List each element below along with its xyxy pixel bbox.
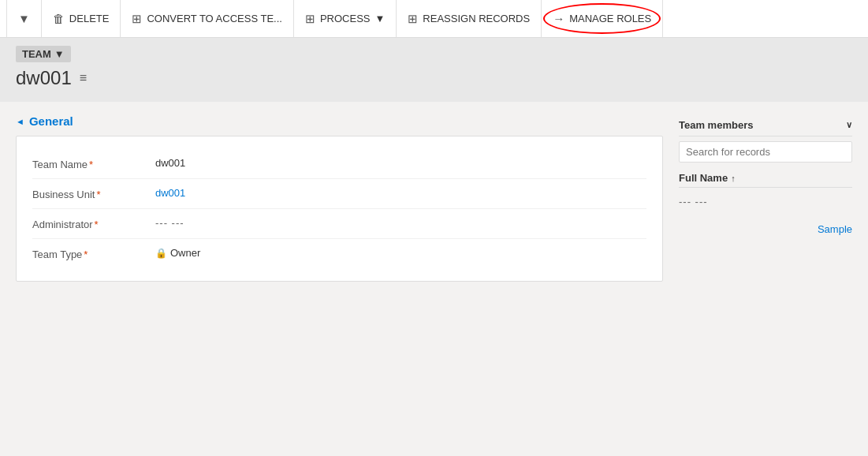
team-type-label: Team Type* [32,247,143,260]
team-dropdown-arrow-icon: ▼ [54,48,65,60]
team-dropdown-label: TEAM [22,48,51,60]
process-label: PROCESS [320,13,371,24]
form-row-team-type: Team Type* 🔒Owner [32,239,646,268]
table-header: Full Name ↑ [679,169,852,188]
team-members-label: Team members [679,119,753,131]
business-unit-value[interactable]: dw001 [155,187,185,199]
team-dropdown[interactable]: TEAM ▼ [16,46,71,62]
required-star: * [95,219,99,230]
process-button[interactable]: ⊞ PROCESS ▼ [294,0,397,37]
form-row-team-name: Team Name* dw001 [32,149,646,179]
general-section-header[interactable]: ◄ General [16,114,663,128]
delete-label: DELETE [69,13,110,24]
form-row-administrator: Administrator* --- --- [32,209,646,239]
table-row: --- --- [679,192,852,211]
form-card: Team Name* dw001 Business Unit* dw001 Ad… [16,136,663,282]
general-section: ◄ General Team Name* dw001 Business Unit… [16,114,663,282]
record-title-row: dw001 ≡ [16,67,852,89]
required-star: * [84,249,88,260]
manage-roles-button[interactable]: → MANAGE ROLES [542,0,663,37]
process-icon: ⊞ [305,12,315,26]
right-panel: Team members ∨ Full Name ↑ --- --- Sampl… [679,114,852,282]
team-name-label: Team Name* [32,157,143,170]
form-row-business-unit: Business Unit* dw001 [32,179,646,209]
team-type-value: 🔒Owner [155,247,200,259]
reassign-button[interactable]: ⊞ REASSIGN RECORDS [397,0,542,37]
chevron-down-icon[interactable]: ∨ [846,120,852,130]
sample-link[interactable]: Sample [679,223,852,235]
delete-button[interactable]: 🗑 DELETE [42,0,121,37]
dropdown-icon: ▼ [18,12,30,25]
section-collapse-arrow-icon: ◄ [16,117,24,126]
process-arrow-icon: ▼ [374,13,385,24]
team-members-header: Team members ∨ [679,114,852,136]
record-header: TEAM ▼ dw001 ≡ [0,38,868,102]
required-star: * [96,189,100,200]
convert-icon: ⊞ [132,12,142,26]
hamburger-menu-icon[interactable]: ≡ [80,71,87,85]
record-title: dw001 [16,67,72,89]
full-name-column-label: Full Name [679,172,728,184]
sort-ascending-icon[interactable]: ↑ [731,174,736,183]
general-section-title: General [29,114,73,128]
manage-roles-icon: → [553,12,564,25]
manage-roles-label: MANAGE ROLES [569,13,651,24]
convert-label: CONVERT TO ACCESS TE... [147,13,281,24]
convert-button[interactable]: ⊞ CONVERT TO ACCESS TE... [121,0,293,37]
search-input[interactable] [679,141,852,163]
toolbar: ▼ 🗑 DELETE ⊞ CONVERT TO ACCESS TE... ⊞ P… [0,0,868,38]
team-name-value[interactable]: dw001 [155,157,185,169]
main-content: ◄ General Team Name* dw001 Business Unit… [0,102,868,294]
delete-icon: 🗑 [53,12,65,25]
reassign-icon: ⊞ [408,12,418,26]
reassign-label: REASSIGN RECORDS [423,13,530,24]
administrator-value[interactable]: --- --- [155,217,184,229]
required-star: * [89,159,93,170]
administrator-label: Administrator* [32,217,143,230]
dropdown-button[interactable]: ▼ [6,0,42,37]
business-unit-label: Business Unit* [32,187,143,200]
lock-icon: 🔒 [155,248,167,259]
